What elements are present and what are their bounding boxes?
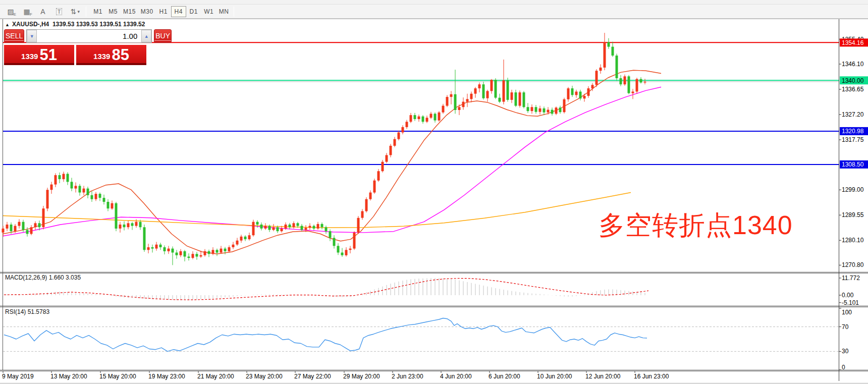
candle-body — [14, 226, 17, 232]
candle-body — [458, 107, 461, 110]
candle-body — [442, 106, 445, 113]
candle-body — [208, 251, 210, 254]
volume-stepper: ▼ ▲ — [26, 29, 152, 43]
candle-body — [159, 245, 162, 247]
candle-body — [147, 247, 150, 250]
one-click-trading-panel: SELL ▼ ▲ BUY 1339 51 1339 85 — [4, 29, 146, 65]
ohlc-values: 1339.53 1339.53 1339.51 1339.52 — [52, 21, 145, 28]
candle-body — [535, 107, 537, 112]
rsi-axis-label: 100 — [842, 309, 852, 316]
price-badge-label: 1354.16 — [842, 39, 864, 46]
candle-body — [357, 218, 360, 233]
macd-signal-line — [4, 279, 648, 300]
candle-body — [232, 245, 235, 247]
candle-body — [632, 92, 634, 93]
mt4-window: ▨E ▦F A T ⇅▾ M1 M5 M15 M30 H1 H4 D1 W1 M… — [0, 0, 868, 384]
candle-body — [59, 175, 61, 179]
candle-body — [373, 181, 376, 193]
candle-body — [50, 185, 53, 190]
candle-body — [216, 250, 219, 252]
candle-body — [604, 42, 606, 68]
sell-button[interactable]: SELL — [4, 29, 24, 43]
candle-body — [46, 190, 49, 208]
candle-body — [398, 132, 400, 139]
candle-body — [377, 171, 380, 181]
candle-body — [260, 225, 263, 229]
macd-panel — [3, 278, 645, 300]
candle-body — [285, 225, 287, 229]
candle-body — [422, 117, 424, 122]
time-axis-label: 10 Jun 20:00 — [537, 373, 572, 380]
candle-body — [499, 98, 501, 102]
candle-body — [10, 225, 13, 231]
candle-body — [491, 80, 493, 91]
candle-body — [583, 96, 586, 98]
candle-body — [567, 88, 570, 99]
candle-body — [438, 113, 441, 121]
candle-body — [640, 79, 642, 83]
candle-body — [559, 107, 562, 112]
candle-body — [301, 226, 303, 230]
candle-body — [248, 235, 251, 239]
price-axis-label: 1280.10 — [842, 237, 864, 244]
candle-body — [38, 223, 41, 227]
price-axis-label: 1336.65 — [842, 86, 864, 93]
candle-body — [99, 194, 101, 198]
candle-body — [527, 107, 529, 111]
candle-body — [192, 254, 194, 258]
candle-body — [79, 186, 81, 192]
candle-body — [264, 226, 267, 229]
candle-body — [636, 79, 638, 92]
candle-body — [591, 85, 594, 88]
candle-body — [176, 253, 178, 255]
buy-price-box[interactable]: 1339 85 — [76, 45, 146, 65]
candle-body — [277, 227, 279, 231]
candle-body — [55, 175, 57, 185]
rsi-axis-label: 0 — [842, 364, 845, 371]
candle-body — [612, 47, 614, 56]
candle-body — [212, 250, 214, 254]
time-axis-label: 2 Jun 23:00 — [392, 373, 423, 380]
candle-body — [111, 203, 114, 209]
rsi-line — [4, 318, 647, 352]
ma-fast — [3, 70, 661, 254]
candle-body — [83, 189, 85, 193]
candle-body — [515, 92, 517, 106]
candle-body — [297, 223, 299, 226]
price-axis-label: 1327.20 — [842, 111, 864, 118]
macd-axis-label: 11.772 — [842, 275, 860, 282]
price-axis-label: 1270.80 — [842, 261, 864, 268]
candle-body — [22, 222, 25, 230]
candle-body — [341, 253, 344, 255]
candle-body — [390, 146, 392, 155]
candle-body — [644, 82, 646, 83]
candle-body — [337, 246, 340, 252]
volume-input[interactable] — [37, 30, 141, 42]
buy-button[interactable]: BUY — [154, 29, 172, 43]
candle-body — [426, 118, 428, 122]
volume-decrease-button[interactable]: ▼ — [27, 30, 37, 42]
candle-body — [539, 108, 541, 112]
candle-body — [507, 80, 509, 100]
candle-body — [563, 99, 566, 112]
sell-price-box[interactable]: 1339 51 — [4, 45, 74, 65]
buy-price-main: 1339 — [93, 52, 110, 61]
candle-body — [293, 223, 295, 227]
volume-increase-button[interactable]: ▲ — [141, 30, 151, 42]
chevron-down-icon: ▼ — [30, 34, 34, 39]
candle-body — [204, 251, 206, 255]
collapse-arrow-icon[interactable]: ▲ — [5, 22, 10, 27]
candle-body — [329, 231, 332, 238]
candle-body — [321, 224, 323, 227]
candle-body — [34, 223, 37, 227]
candle-body — [450, 94, 453, 97]
candle-body — [30, 227, 33, 234]
candle-body — [139, 222, 142, 228]
candle-body — [587, 88, 590, 96]
candle-body — [349, 249, 352, 250]
candle-body — [418, 117, 420, 119]
candle-body — [75, 186, 77, 188]
candle-body — [486, 91, 489, 98]
candle-body — [63, 174, 65, 180]
candle-body — [333, 238, 336, 246]
